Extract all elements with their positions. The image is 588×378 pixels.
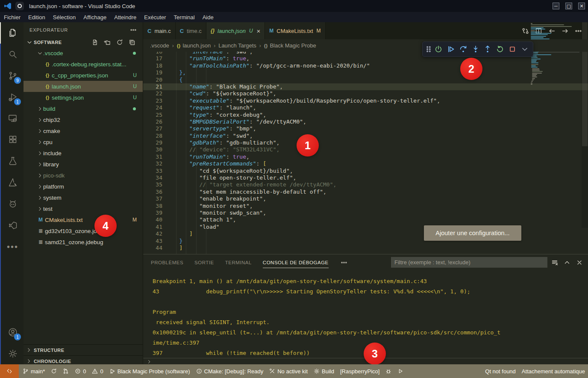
- tree-item-cortex-debug-registers-stat[interactable]: {}.cortex-debug.registers.stat...: [24, 59, 143, 70]
- tree-item-system[interactable]: system: [24, 192, 143, 203]
- toolbar-gripper[interactable]: [425, 43, 432, 55]
- line-number: 44: [143, 245, 169, 251]
- tree-item-samd21-ozone-jdebug[interactable]: ≣samd21_ozone.jdebug: [24, 236, 143, 248]
- refresh-icon[interactable]: [115, 39, 124, 46]
- panel-tab-probl-mes[interactable]: PROBLÈMES: [151, 254, 183, 270]
- editor-scrollbar[interactable]: [582, 22, 588, 228]
- tree-item-cpu[interactable]: cpu: [24, 136, 143, 148]
- activity-manage[interactable]: [1, 343, 24, 364]
- tree-item-pico-sdk[interactable]: pico-sdk: [24, 170, 143, 181]
- code-editor[interactable]: 16 "interface": "swd",17 "runToMain": tr…: [143, 48, 588, 254]
- menu-edition[interactable]: Edition: [24, 12, 49, 22]
- add-configuration-button[interactable]: Ajouter une configuration...: [424, 225, 521, 241]
- breadcrumb-launch-json[interactable]: launch.json: [182, 42, 211, 49]
- tree-item-c-cpp-properties-json[interactable]: {}c_cpp_properties.jsonU: [24, 70, 143, 81]
- collapse-all-icon[interactable]: [127, 39, 137, 46]
- activity-source-control[interactable]: 9: [1, 65, 24, 86]
- tab-time-c[interactable]: Ctime.c: [176, 22, 206, 39]
- new-folder-icon[interactable]: [103, 39, 112, 46]
- breadcrumb-vscode[interactable]: .vscode: [150, 42, 169, 49]
- continue-button[interactable]: [445, 43, 457, 55]
- menu-atteindre[interactable]: Atteindre: [110, 12, 140, 22]
- activity-visual-studio-view[interactable]: [1, 215, 24, 236]
- close-panel-icon[interactable]: [576, 259, 583, 266]
- close-tab-icon[interactable]: ×: [257, 27, 261, 35]
- minimap-line: [532, 75, 536, 76]
- debug-console-filter-input[interactable]: [391, 257, 547, 268]
- restart-button[interactable]: [494, 43, 506, 55]
- panel-tab-sortie[interactable]: SORTIE: [194, 254, 214, 270]
- folder-section-header[interactable]: SOFTWARE: [24, 37, 143, 47]
- status-git-branch[interactable]: main*: [20, 364, 48, 378]
- status-warnings[interactable]: 0: [89, 364, 106, 378]
- tree-item-test[interactable]: test: [24, 203, 143, 214]
- status-cmake-status[interactable]: CMake: [Debug]: Ready: [193, 364, 267, 378]
- tree-item-library[interactable]: library: [24, 159, 143, 170]
- activity-remote-explorer[interactable]: [1, 108, 24, 129]
- explorer-more-actions-icon[interactable]: [130, 27, 137, 33]
- activity-extensions[interactable]: [1, 129, 24, 151]
- tree-item-chip32[interactable]: chip32: [24, 114, 143, 125]
- tree-item-cmake[interactable]: cmake: [24, 125, 143, 136]
- status-cmake-kit[interactable]: No active kit: [266, 364, 311, 378]
- activity-additional-views[interactable]: •••: [1, 236, 24, 257]
- tree-item-launch-json[interactable]: {}launch.jsonU: [24, 81, 143, 92]
- status-qt-status[interactable]: Qt not found: [482, 364, 519, 378]
- breadcrumb-launch-targets[interactable]: Launch Targets: [218, 42, 256, 49]
- tree-item-settings-json[interactable]: {}settings.jsonU: [24, 92, 143, 103]
- activity-accounts[interactable]: 1: [1, 322, 24, 343]
- new-file-icon[interactable]: [90, 39, 100, 46]
- activity-testing[interactable]: [1, 151, 24, 172]
- activity-cmake-tools[interactable]: [1, 172, 24, 193]
- panel-tab-terminal[interactable]: TERMINAL: [225, 254, 252, 270]
- menu-terminal[interactable]: Terminal: [170, 12, 199, 22]
- status-cmake-run[interactable]: [394, 364, 406, 378]
- step-out-button[interactable]: [482, 43, 494, 55]
- panel-tab-console-de-d-bogage[interactable]: CONSOLE DE DÉBOGAGE: [263, 254, 329, 270]
- maximize-button[interactable]: ▢: [562, 0, 575, 12]
- power-button[interactable]: [433, 43, 444, 55]
- minimap[interactable]: [529, 22, 579, 228]
- activity-run-and-debug[interactable]: 1: [1, 86, 24, 108]
- status-remote-indicator[interactable]: [0, 364, 19, 378]
- minimize-button[interactable]: ─: [550, 0, 562, 12]
- status-compare-changes[interactable]: [60, 364, 72, 378]
- menu-s-lection[interactable]: Sélection: [49, 12, 79, 22]
- status-errors[interactable]: 0: [72, 364, 89, 378]
- activity-explorer[interactable]: [0, 22, 24, 44]
- status-cmake-target[interactable]: [RaspberryPico]: [337, 364, 382, 378]
- menu-affichage[interactable]: Affichage: [79, 12, 110, 22]
- maximize-panel-icon[interactable]: [564, 259, 570, 266]
- chevron-down-icon: [25, 39, 34, 45]
- debug-console-output[interactable]: Breakpoint 1, main () at /mnt/data/git/o…: [143, 270, 588, 355]
- breadcrumb-black-magic-probe[interactable]: Black Magic Probe: [270, 42, 316, 49]
- tree-item-cmakelists-txt[interactable]: MCMakeLists.txtM: [24, 214, 143, 225]
- status-cmake-build[interactable]: Build: [311, 364, 337, 378]
- status-debug-launch-config[interactable]: Black Magic Probe (software): [106, 364, 193, 378]
- activity-search[interactable]: [1, 44, 24, 65]
- toolbar-chevron[interactable]: [519, 43, 530, 55]
- step-into-button[interactable]: [470, 43, 481, 55]
- tree-item-gd32vf103-ozone-jdebug[interactable]: ≣gd32vf103_ozone.jdebug: [24, 225, 143, 236]
- menu-fichier[interactable]: Fichier: [0, 12, 24, 22]
- status-auto-attach[interactable]: Attachement automatique: [519, 364, 588, 378]
- panel-more-actions-icon[interactable]: [341, 259, 347, 266]
- status-cmake-debug[interactable]: [382, 364, 394, 378]
- tree-item-include[interactable]: include: [24, 148, 143, 159]
- tab-launch-json[interactable]: {}launch.json U ×: [206, 22, 265, 39]
- stop-button[interactable]: [507, 43, 518, 55]
- clear-console-icon[interactable]: [551, 259, 558, 266]
- status-sync-changes[interactable]: [48, 364, 60, 378]
- tree-item-platform[interactable]: platform: [24, 181, 143, 192]
- open-changes-icon[interactable]: [522, 27, 529, 35]
- close-button[interactable]: ✕: [575, 0, 588, 12]
- tab-cmakelists-txt[interactable]: MCMakeLists.txt M: [265, 22, 325, 39]
- outline-section[interactable]: STRUCTURE: [24, 344, 143, 355]
- tree-item-build[interactable]: build: [24, 103, 143, 114]
- step-over-button[interactable]: [458, 43, 469, 55]
- tab-main-c[interactable]: Cmain.c: [143, 22, 176, 39]
- activity-alien-extension[interactable]: [1, 193, 24, 215]
- menu-ex-cuter[interactable]: Exécuter: [140, 12, 170, 22]
- menu-aide[interactable]: Aide: [199, 12, 218, 22]
- tree-item-vscode[interactable]: .vscode: [24, 47, 143, 59]
